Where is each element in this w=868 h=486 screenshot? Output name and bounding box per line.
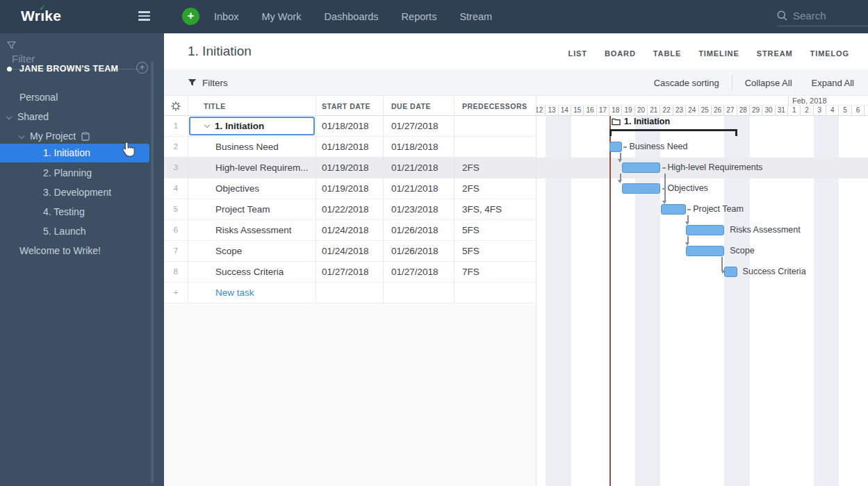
collapse-caret-icon[interactable] [204,122,210,128]
start-date-cell[interactable]: 01/19/2018 [316,178,383,199]
row-number: 5 [164,199,188,220]
dependency-arrow [664,174,666,201]
summary-bar-hook [735,131,737,136]
tab-timelog[interactable]: TIMELOG [810,35,849,72]
predecessors-cell[interactable]: 5FS [454,220,536,241]
filters-button[interactable]: Filters [188,69,228,96]
gantt-task-bar[interactable] [661,204,687,215]
table-row[interactable]: 11. Initiation01/18/201801/27/2018 [164,116,536,137]
table-row[interactable]: 8Success Criteria01/27/201801/27/20187FS [164,262,536,283]
summary-bar[interactable] [609,129,737,135]
gantt-task-bar[interactable] [622,162,660,173]
start-date-cell[interactable]: 01/22/2018 [316,199,383,220]
nav-item-my-work[interactable]: My Work [261,11,301,22]
table-row[interactable]: 2Business Need01/18/201801/18/2018 [164,137,536,158]
column-header-due-date[interactable]: DUE DATE [391,102,431,110]
start-date-cell[interactable]: 01/27/2018 [316,262,383,283]
predecessors-cell[interactable]: 2FS [454,158,536,178]
tab-table[interactable]: TABLE [653,35,681,72]
gantt-task-label: Project Team [693,204,744,215]
tab-timeline[interactable]: TIMELINE [698,35,739,72]
predecessors-cell[interactable]: 2FS [454,178,536,199]
due-date-cell[interactable]: 01/18/2018 [383,137,454,158]
nav-item-stream[interactable]: Stream [459,11,492,22]
start-date-cell[interactable]: 01/19/2018 [316,158,383,178]
predecessors-cell[interactable] [454,116,536,137]
cascade-sorting-button[interactable]: Cascade sorting [644,78,729,88]
sidebar-item-5-launch[interactable]: 5. Launch [0,221,153,241]
day-header-cell: 16 [584,106,596,115]
gear-icon[interactable] [171,101,181,111]
task-title-cell[interactable]: Objectives [188,178,316,199]
table-row[interactable]: 6Risks Assessment01/24/201801/26/20185FS [164,220,536,241]
expand-all-button[interactable]: Expand All [802,78,864,88]
sidebar-item-2-planning[interactable]: 2. Planning [0,163,153,183]
sidebar-team-row[interactable]: JANE BROWN'S TEAM + [0,61,164,79]
gantt-task-bar[interactable] [622,183,660,194]
task-title-cell[interactable]: Project Team [188,199,316,220]
new-task-plus-icon[interactable]: + [164,283,188,303]
start-date-cell[interactable]: 01/18/2018 [316,137,383,158]
add-space-icon[interactable]: + [136,62,148,74]
start-date-cell[interactable]: 01/24/2018 [316,220,383,241]
sidebar-item-3-development[interactable]: 3. Development [0,183,153,202]
due-date-cell[interactable]: 01/21/2018 [383,158,454,178]
table-row[interactable]: 5Project Team01/22/201801/23/20183FS, 4F… [164,199,536,220]
task-title-cell[interactable]: Risks Assessment [188,220,316,241]
start-date-cell[interactable]: 01/24/2018 [316,241,383,262]
table-row[interactable]: 7Scope01/24/201801/26/20185FS [164,241,536,262]
menu-icon[interactable] [138,11,150,21]
row-number: 3 [164,158,188,178]
due-date-cell[interactable]: 01/27/2018 [383,262,454,283]
task-title-cell[interactable]: Scope [188,241,316,262]
predecessors-cell[interactable]: 7FS [454,262,536,283]
main-content: 1. Initiation LISTBOARDTABLETIMELINESTRE… [164,33,868,486]
chevron-down-icon[interactable] [6,114,12,119]
sidebar-item-shared[interactable]: Shared [0,107,153,126]
new-task-link[interactable]: New task [188,283,316,303]
predecessors-cell[interactable]: 5FS [454,241,536,262]
nav-item-inbox[interactable]: Inbox [214,11,238,22]
predecessors-cell[interactable]: 3FS, 4FS [454,199,536,220]
gantt-task-bar[interactable] [609,142,622,152]
table-row[interactable]: 4Objectives01/19/201801/21/20182FS [164,178,536,199]
sidebar-item-1-initiation[interactable]: 1. Initiation [0,144,149,162]
add-button[interactable]: + [182,8,199,25]
search-box[interactable] [777,10,868,26]
tab-board[interactable]: BOARD [605,35,636,72]
sidebar-item-welcome-to-wrike-[interactable]: Welcome to Wrike! [0,241,153,260]
sidebar-item-my-project[interactable]: My Project [0,126,153,146]
task-title-cell[interactable]: Success Criteria [188,262,316,283]
gantt-task-bar[interactable] [686,246,724,256]
gantt-task-bar[interactable] [724,267,737,277]
due-date-cell[interactable]: 01/21/2018 [383,178,454,199]
predecessors-cell[interactable] [454,137,536,158]
nav-item-reports[interactable]: Reports [402,11,437,22]
column-header-predecessors[interactable]: PREDECESSORS [462,102,527,110]
tab-list[interactable]: LIST [568,35,587,72]
new-task-row[interactable]: +New task [164,283,536,303]
task-title-cell[interactable]: 1. Initiation [188,116,316,137]
due-date-cell[interactable]: 01/23/2018 [383,199,454,220]
sidebar-scrollbar[interactable] [151,61,154,483]
table-row[interactable]: 3High-level Requirem...01/19/201801/21/2… [164,158,536,178]
sidebar-item-personal[interactable]: Personal [0,87,153,107]
task-title-cell[interactable]: High-level Requirem... [188,158,316,178]
tab-stream[interactable]: STREAM [757,35,793,72]
chevron-down-icon[interactable] [19,133,24,139]
nav-item-dashboards[interactable]: Dashboards [324,11,378,22]
bar-label-connector [662,188,666,190]
collapse-all-button[interactable]: Collapse All [735,78,802,88]
start-date-cell[interactable]: 01/18/2018 [316,116,383,137]
column-header-title[interactable]: TITLE [204,102,226,110]
column-header-start-date[interactable]: START DATE [322,102,370,110]
search-input[interactable] [793,10,849,22]
gantt-task-bar[interactable] [686,225,724,235]
due-date-cell[interactable]: 01/26/2018 [383,241,454,262]
summary-task-label[interactable]: 1. Initiation [612,117,670,126]
task-title-cell[interactable]: Business Need [188,137,316,158]
due-date-cell[interactable]: 01/27/2018 [383,116,454,137]
due-date-cell[interactable]: 01/26/2018 [383,220,454,241]
wrike-logo[interactable]: Wrı✓ke [21,8,61,24]
sidebar-item-4-testing[interactable]: 4. Testing [0,202,153,221]
